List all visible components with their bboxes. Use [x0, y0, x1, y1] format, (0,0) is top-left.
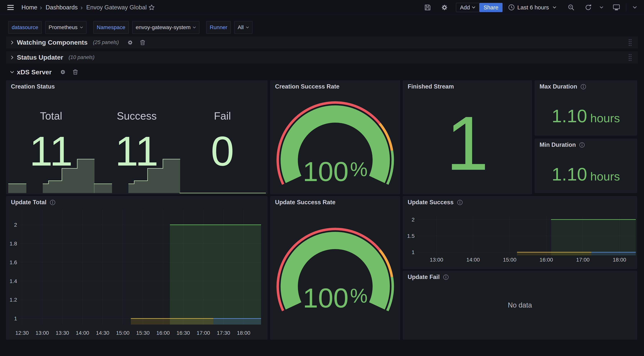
refresh-icon [584, 4, 592, 11]
panel-finished-stream: Finished Stream 1 [403, 80, 532, 194]
variable-value-dropdown[interactable]: Prometheus [45, 21, 86, 34]
navbar-expand-button[interactable] [630, 0, 640, 15]
navbar: Home › Dashboards › Envoy Gateway Global… [0, 0, 644, 15]
trash-icon [73, 69, 78, 75]
row-watching-components[interactable]: Watching Components (25 panels) [6, 36, 638, 48]
breadcrumb-dashboards[interactable]: Dashboards [46, 0, 78, 15]
variable-datasource: datasource Prometheus [8, 21, 86, 34]
time-series-chart[interactable]: 12:3013:0013:3014:0014:3015:0015:3016:00… [6, 196, 267, 339]
panel-title[interactable]: Min Duration [540, 142, 585, 148]
panel-update-total: Update Total 12:3013:0013:3014:0014:3015… [6, 196, 268, 340]
stat-value: 1.10 [552, 106, 587, 126]
stat-total[interactable]: Total 11 [8, 81, 94, 194]
chevron-down-icon [553, 6, 556, 8]
panel-update-success: Update Success 13:0014:0015:0016:0017:00… [403, 196, 637, 269]
row-settings-button[interactable] [127, 40, 133, 46]
panel-max-duration: Max Duration 1.10 hours [535, 80, 637, 136]
stat-value: 11 [8, 128, 94, 175]
share-button[interactable]: Share [479, 3, 502, 12]
gauge-chart[interactable]: 100% [270, 81, 400, 194]
svg-text:17:00: 17:00 [197, 330, 210, 336]
row-status-updater[interactable]: Status Updater (10 panels) [6, 51, 638, 64]
gauge-chart[interactable]: 100% [270, 196, 400, 339]
panel-creation-status: Creation Status Total 11 Success 11 Fail… [6, 80, 268, 194]
svg-text:1: 1 [412, 249, 414, 255]
info-icon[interactable] [579, 142, 585, 148]
svg-text:13:30: 13:30 [56, 330, 69, 336]
zoom-out-button[interactable] [566, 0, 576, 15]
svg-text:13:00: 13:00 [36, 330, 49, 336]
stat-group: Total 11 Success 11 Fail 0 [8, 81, 265, 194]
save-dashboard-button[interactable] [423, 0, 432, 15]
variable-value-dropdown[interactable]: All [234, 21, 252, 34]
stat-success[interactable]: Success 11 [94, 81, 180, 194]
svg-text:16:30: 16:30 [176, 330, 190, 336]
info-icon[interactable] [580, 84, 586, 90]
panel-creation-success-rate: Creation Success Rate 100% [270, 80, 400, 194]
dashboard-settings-button[interactable] [440, 0, 449, 15]
add-button[interactable]: Add [456, 3, 479, 12]
row-panel-count: (10 panels) [68, 54, 94, 60]
variable-value: Prometheus [49, 24, 78, 30]
svg-text:2: 2 [14, 222, 17, 228]
stat-unit: hours [590, 111, 620, 125]
gear-icon [441, 4, 448, 11]
row-delete-button[interactable] [140, 40, 145, 46]
svg-text:1.4: 1.4 [10, 278, 17, 284]
gear-icon [60, 69, 66, 75]
add-button-label: Add [460, 4, 470, 11]
svg-text:14:00: 14:00 [76, 330, 89, 336]
drag-handle-icon[interactable] [628, 54, 632, 62]
svg-text:15:00: 15:00 [116, 330, 130, 336]
chevron-down-icon [193, 26, 196, 28]
stat-label: Fail [180, 110, 265, 122]
refresh-interval-dropdown[interactable] [598, 0, 605, 15]
monitor-icon [613, 4, 620, 11]
row-settings-button[interactable] [60, 69, 66, 75]
breadcrumb-separator: › [80, 0, 82, 15]
svg-text:1: 1 [14, 316, 17, 322]
row-title: xDS Server [17, 68, 52, 76]
svg-text:1.6: 1.6 [10, 260, 17, 265]
breadcrumb-separator: › [40, 0, 42, 15]
panel-update-fail: Update Fail No data [403, 271, 637, 340]
breadcrumb-home[interactable]: Home [22, 0, 38, 15]
drag-handle-icon[interactable] [628, 38, 632, 46]
favorite-star-button[interactable] [147, 0, 156, 15]
stat-value: 1.10 [552, 164, 587, 185]
stat-fail[interactable]: Fail 0 [180, 81, 265, 194]
trash-icon [140, 40, 145, 46]
menu-button[interactable] [6, 0, 15, 15]
panel-min-duration: Min Duration 1.10 hours [535, 139, 637, 193]
variable-label: datasource [8, 21, 42, 34]
variable-namespace: Namespace envoy-gateway-system [93, 21, 200, 34]
time-range-picker[interactable]: Last 6 hours [508, 0, 556, 15]
svg-text:12:30: 12:30 [15, 330, 29, 336]
svg-text:16:00: 16:00 [540, 257, 553, 263]
svg-text:100%: 100% [303, 283, 368, 313]
svg-text:15:30: 15:30 [136, 330, 150, 336]
svg-text:18:00: 18:00 [237, 330, 250, 336]
chevron-right-icon [10, 55, 14, 60]
stat-value: 1 [403, 92, 532, 194]
hamburger-icon [7, 5, 14, 10]
chevron-down-icon [10, 70, 14, 74]
svg-text:13:00: 13:00 [430, 257, 443, 263]
svg-text:17:00: 17:00 [576, 257, 590, 263]
row-xds-server[interactable]: xDS Server [6, 67, 638, 78]
save-icon [424, 4, 431, 11]
refresh-button[interactable] [584, 0, 593, 15]
panel-update-success-rate: Update Success Rate 100% [270, 196, 400, 340]
nav-divider [626, 3, 626, 12]
panel-title[interactable]: Finished Stream [408, 83, 454, 90]
tv-mode-button[interactable] [612, 0, 621, 15]
chevron-right-icon [10, 40, 14, 45]
variable-runner: Runner All [206, 21, 252, 34]
svg-text:17:30: 17:30 [217, 330, 230, 336]
panel-title[interactable]: Max Duration [540, 83, 586, 90]
share-button-label: Share [484, 4, 498, 11]
time-series-chart[interactable]: 13:0014:0015:0016:0017:0018:0011.52 [403, 196, 637, 269]
row-title: Watching Components [17, 39, 88, 46]
variable-value-dropdown[interactable]: envoy-gateway-system [132, 21, 199, 34]
row-delete-button[interactable] [73, 69, 78, 75]
